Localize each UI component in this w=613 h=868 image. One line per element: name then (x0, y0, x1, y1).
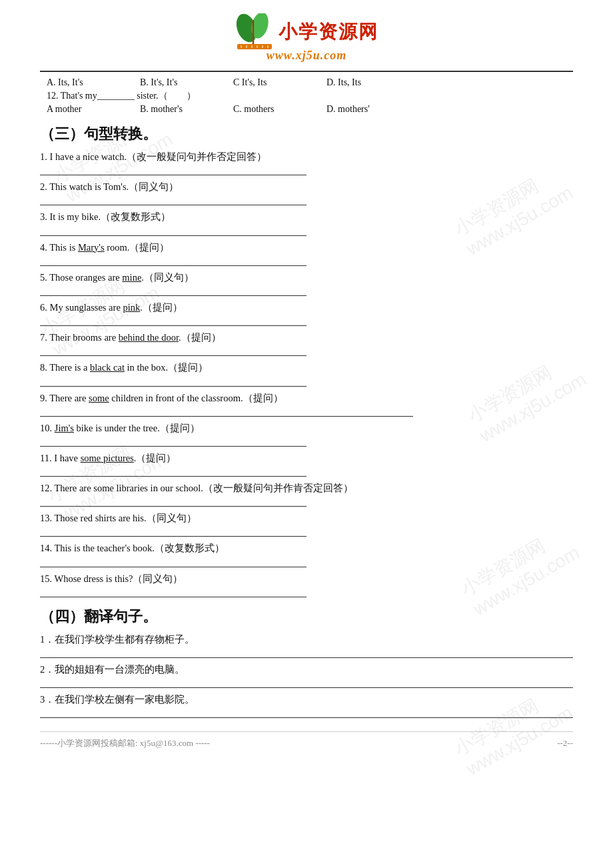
answer-line-3-12 (40, 497, 306, 507)
answer-line-3-9 (40, 407, 413, 417)
page-footer: ------小学资源网投稿邮箱: xj5u@163.com ----- --2-… (40, 731, 573, 749)
answer-line-4-2 (40, 679, 573, 688)
logo-area: 小学资源网 www.xj5u.com (40, 7, 573, 72)
exercise-text-3-2: 2. This watch is Tom's.（同义句） (40, 181, 179, 192)
exercise-item-3-13: 13. Those red shirts are his.（同义句） (40, 511, 573, 537)
mc-opt-a: A. Its, It's (47, 77, 120, 88)
mc-options-row1: A. Its, It's B. It's, It's C It's, Its D… (40, 77, 573, 88)
exercise-text-3-9: 9. There are some children in front of t… (40, 393, 283, 403)
answer-line-3-5 (40, 287, 306, 296)
logo-site-name: 小学资源网 (279, 19, 378, 45)
answer-line-3-13 (40, 527, 306, 537)
answer-line-3-6 (40, 317, 306, 326)
exercise-item-3-7: 7. Their brooms are behind the door.（提问） (40, 330, 573, 356)
exercise-item-3-14: 14. This is the teacher's book.（改复数形式） (40, 541, 573, 567)
answer-line-3-14 (40, 558, 306, 567)
question-12-text: 12. That's my________ sister.（ ） (40, 90, 573, 102)
answer-line-4-1 (40, 649, 573, 658)
answer-line-3-8 (40, 377, 306, 387)
exercise-item-3-5: 5. Those oranges are mine.（同义句） (40, 270, 573, 296)
mc-opt-b: B. It's, It's (140, 77, 213, 88)
exercise-item-3-4: 4. This is Mary's room.（提问） (40, 240, 573, 266)
section4-heading: （四）翻译句子。 (40, 607, 573, 627)
exercise-text-4-3: 3．在我们学校左侧有一家电影院。 (40, 694, 195, 705)
exercise-item-3-11: 11. I have some pictures.（提问） (40, 451, 573, 477)
q12-opt-a: A mother (47, 104, 120, 115)
section3-heading: （三）句型转换。 (40, 124, 573, 144)
exercise-text-3-11: 11. I have some pictures.（提问） (40, 453, 176, 463)
answer-line-4-3 (40, 709, 573, 718)
answer-line-3-3 (40, 227, 306, 236)
footer-right: --2-- (557, 738, 573, 749)
answer-line-3-1 (40, 166, 306, 175)
exercise-item-4-2: 2．我的姐姐有一台漂亮的电脑。 (40, 662, 573, 688)
exercise-item-3-9: 9. There are some children in front of t… (40, 391, 573, 417)
answer-line-3-7 (40, 347, 306, 356)
logo-site-url: www.xj5u.com (267, 49, 346, 63)
answer-line-3-2 (40, 196, 306, 205)
exercise-text-3-7: 7. Their brooms are behind the door.（提问） (40, 332, 221, 343)
exercise-text-3-6: 6. My sunglasses are pink.（提问） (40, 302, 183, 313)
exercise-item-3-1: 1. I have a nice watch.（改一般疑问句并作否定回答） (40, 149, 573, 175)
exercise-item-4-3: 3．在我们学校左侧有一家电影院。 (40, 692, 573, 718)
mc-opt-c: C It's, Its (233, 77, 306, 88)
answer-line-3-15 (40, 588, 306, 597)
page-wrapper: 小学资源网 www.xj5u.com A. Its, It's B. It's,… (0, 0, 613, 776)
exercise-text-3-8: 8. There is a black cat in the box.（提问） (40, 362, 208, 373)
q12-opt-d: D. mothers' (326, 104, 400, 115)
footer-left: ------小学资源网投稿邮箱: xj5u@163.com ----- (40, 737, 210, 749)
exercise-text-4-1: 1．在我们学校学生都有存物柜子。 (40, 634, 195, 645)
exercise-text-3-1: 1. I have a nice watch.（改一般疑问句并作否定回答） (40, 151, 267, 162)
q12-opt-b: B. mother's (140, 104, 213, 115)
mc-opt-d: D. Its, Its (326, 77, 400, 88)
exercise-text-3-15: 15. Whose dress is this?（同义句） (40, 573, 183, 584)
exercise-item-3-12: 12. There are some libraries in our scho… (40, 481, 573, 507)
answer-line-3-11 (40, 467, 306, 477)
logo-image: 小学资源网 www.xj5u.com (233, 13, 380, 67)
leaf-icon (235, 13, 275, 50)
q12-opt-c: C. mothers (233, 104, 306, 115)
exercise-item-4-1: 1．在我们学校学生都有存物柜子。 (40, 632, 573, 658)
exercise-text-3-13: 13. Those red shirts are his.（同义句） (40, 513, 197, 523)
exercise-item-3-8: 8. There is a black cat in the box.（提问） (40, 360, 573, 386)
mc-options-q12: A mother B. mother's C. mothers D. mothe… (40, 104, 573, 115)
exercise-item-3-2: 2. This watch is Tom's.（同义句） (40, 179, 573, 205)
exercise-text-3-14: 14. This is the teacher's book.（改复数形式） (40, 543, 225, 553)
exercise-text-3-10: 10. Jim's bike is under the tree.（提问） (40, 423, 200, 433)
exercise-item-3-15: 15. Whose dress is this?（同义句） (40, 571, 573, 597)
exercise-item-3-3: 3. It is my bike.（改复数形式） (40, 209, 573, 235)
exercise-text-3-5: 5. Those oranges are mine.（同义句） (40, 272, 194, 283)
answer-line-3-10 (40, 437, 306, 447)
exercise-item-3-6: 6. My sunglasses are pink.（提问） (40, 300, 573, 326)
exercise-item-3-10: 10. Jim's bike is under the tree.（提问） (40, 421, 573, 447)
exercise-text-3-12: 12. There are some libraries in our scho… (40, 483, 353, 493)
exercise-text-4-2: 2．我的姐姐有一台漂亮的电脑。 (40, 664, 185, 675)
answer-line-3-4 (40, 257, 306, 266)
exercise-text-3-4: 4. This is Mary's room.（提问） (40, 242, 169, 253)
exercise-text-3-3: 3. It is my bike.（改复数形式） (40, 211, 171, 222)
